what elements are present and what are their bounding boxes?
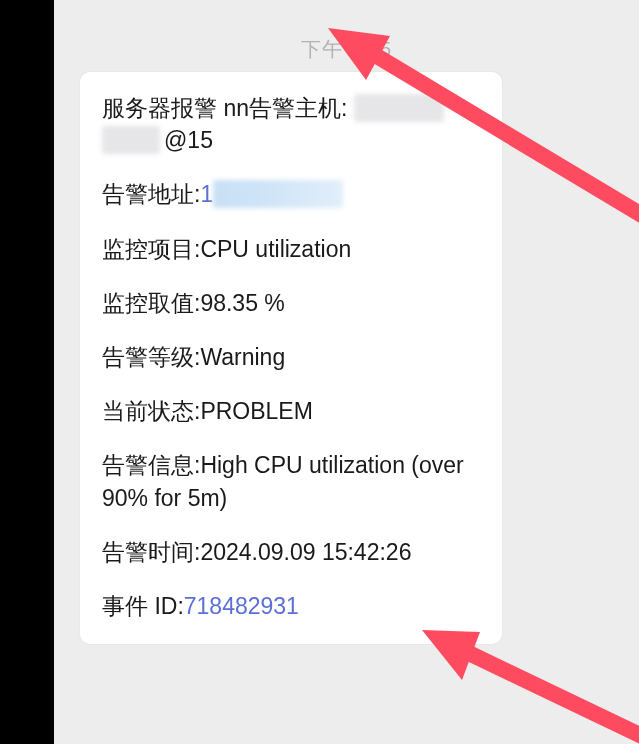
monitor-value-value: 98.35 % xyxy=(200,290,284,316)
alert-message-bubble[interactable]: 服务器报警 nn告警主机: @15 告警地址:1 监控项目:CPU utiliz… xyxy=(80,72,502,644)
redacted-address xyxy=(213,180,343,208)
alert-host-suffix: @15 xyxy=(164,127,213,153)
screenshot-viewport: 下午 4:15 服务器报警 nn告警主机: @15 告警地址:1 监控项目:CP… xyxy=(0,0,639,744)
alert-time-line: 告警时间:2024.09.09 15:42:26 xyxy=(102,536,480,568)
chat-background: 下午 4:15 服务器报警 nn告警主机: @15 告警地址:1 监控项目:CP… xyxy=(54,0,639,744)
event-id-label: 事件 ID: xyxy=(102,593,184,619)
alert-address-prefix: 1 xyxy=(200,181,213,207)
alert-address-line: 告警地址:1 xyxy=(102,178,480,210)
alert-address-label: 告警地址: xyxy=(102,181,200,207)
redacted-host-2 xyxy=(102,126,160,154)
monitor-item-line: 监控项目:CPU utilization xyxy=(102,233,480,265)
current-status-value: PROBLEM xyxy=(200,398,312,424)
alert-info-label: 告警信息: xyxy=(102,452,200,478)
current-status-label: 当前状态: xyxy=(102,398,200,424)
alert-host-line: 服务器报警 nn告警主机: @15 xyxy=(102,92,480,156)
alert-time-value: 2024.09.09 15:42:26 xyxy=(200,539,411,565)
monitor-item-label: 监控项目: xyxy=(102,236,200,262)
alert-host-prefix: 服务器报警 nn告警主机: xyxy=(102,95,347,121)
alert-level-value: Warning xyxy=(200,344,285,370)
monitor-item-value: CPU utilization xyxy=(200,236,351,262)
monitor-value-line: 监控取值:98.35 % xyxy=(102,287,480,319)
alert-info-line: 告警信息:High CPU utilization (over 90% for … xyxy=(102,449,480,513)
alert-level-label: 告警等级: xyxy=(102,344,200,370)
left-black-bar xyxy=(0,0,54,744)
redacted-host-1 xyxy=(354,94,444,122)
alert-time-label: 告警时间: xyxy=(102,539,200,565)
current-status-line: 当前状态:PROBLEM xyxy=(102,395,480,427)
event-id-line: 事件 ID:718482931 xyxy=(102,590,480,622)
monitor-value-label: 监控取值: xyxy=(102,290,200,316)
alert-level-line: 告警等级:Warning xyxy=(102,341,480,373)
event-id-link[interactable]: 718482931 xyxy=(184,593,299,619)
message-timestamp: 下午 4:15 xyxy=(54,36,639,63)
